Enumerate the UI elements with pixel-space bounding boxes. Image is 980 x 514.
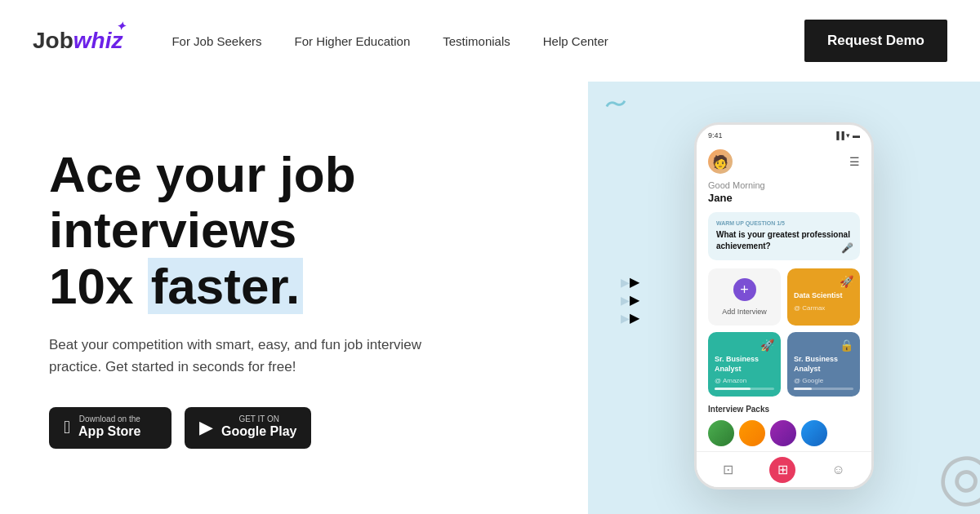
hero-title-line3-normal: 10x xyxy=(49,258,148,314)
pack-circle-1[interactable] xyxy=(708,420,734,446)
mic-icon[interactable]: 🎤 xyxy=(841,242,853,254)
card2-company: @ Amazon xyxy=(715,377,746,384)
apple-icon:  xyxy=(64,417,70,438)
greeting-name: Jane xyxy=(708,192,860,204)
card2-title: Sr. Business Analyst xyxy=(715,355,774,374)
card-lock-icon: 🔒 xyxy=(840,339,853,352)
main-content: Ace your job interviews 10x faster. Beat… xyxy=(0,82,980,514)
nav-testimonials[interactable]: Testimonials xyxy=(443,34,510,48)
arrow-icon-1: ▶ xyxy=(621,274,645,286)
card1-company: @ Carmax xyxy=(794,304,825,312)
right-section: 〜 ▶ ▶ ▶ 9:41 ▐▐ ▾ ▬ 🧑 ☰ xyxy=(588,82,980,514)
sr-business-google-card[interactable]: 🔒 Sr. Business Analyst @ Google xyxy=(787,332,860,397)
phone-content: 🧑 ☰ Good Morning Jane WARM UP QUESTION 1… xyxy=(697,143,871,453)
card-rocket-icon: 🚀 xyxy=(840,275,853,288)
logo[interactable]: Job whiz ✦ xyxy=(33,28,122,54)
phone-header-row: 🧑 ☰ xyxy=(708,149,860,174)
card2-progress-bar xyxy=(715,388,774,390)
main-nav: For Job Seekers For Higher Education Tes… xyxy=(172,34,804,48)
nav-job-seekers[interactable]: For Job Seekers xyxy=(172,34,261,48)
nav-profile-icon[interactable]: ☺ xyxy=(832,463,845,477)
pack-circle-2[interactable] xyxy=(739,420,765,446)
card3-company: @ Google xyxy=(794,377,823,384)
question-label: WARM UP QUESTION 1/5 xyxy=(716,220,852,226)
arrow-decorations: ▶ ▶ ▶ xyxy=(621,274,645,321)
greeting-text: Good Morning xyxy=(708,180,860,190)
card3-progress-bar xyxy=(794,388,853,390)
status-time: 9:41 xyxy=(708,131,723,140)
store-buttons:  Download on the App Store ▶ GET IT ON … xyxy=(49,407,555,449)
pack-circle-4[interactable] xyxy=(801,420,827,446)
header: Job whiz ✦ For Job Seekers For Higher Ed… xyxy=(0,0,980,82)
hero-title-line2: interviews xyxy=(49,202,296,258)
phone-status-bar: 9:41 ▐▐ ▾ ▬ xyxy=(697,125,871,143)
interview-grid: + Add Interview 🚀 Data Scientist @ Carma… xyxy=(708,268,860,397)
hero-subtitle: Beat your competition with smart, easy, … xyxy=(49,334,425,378)
left-section: Ace your job interviews 10x faster. Beat… xyxy=(0,82,588,514)
card3-progress-fill xyxy=(794,388,812,390)
user-avatar: 🧑 xyxy=(708,149,733,174)
squiggle-decoration: 〜 xyxy=(602,88,630,122)
add-interview-label: Add Interview xyxy=(722,308,767,316)
pack-circle-3[interactable] xyxy=(770,420,796,446)
nav-home-icon[interactable]: ⊡ xyxy=(723,462,733,477)
hero-title-highlight: faster. xyxy=(148,258,304,314)
phone-frame: 9:41 ▐▐ ▾ ▬ 🧑 ☰ Good Morning Jane WA xyxy=(694,122,874,490)
card2-progress-fill xyxy=(715,388,751,390)
nav-active-icon[interactable]: ⊞ xyxy=(769,457,795,483)
logo-star-icon: ✦ xyxy=(116,20,126,33)
logo-job-text: Job xyxy=(33,28,74,54)
nav-help-center[interactable]: Help Center xyxy=(543,34,608,48)
google-play-button[interactable]: ▶ GET IT ON Google Play xyxy=(185,407,311,449)
phone-mockup: 9:41 ▐▐ ▾ ▬ 🧑 ☰ Good Morning Jane WA xyxy=(694,122,874,490)
add-interview-card[interactable]: + Add Interview xyxy=(708,268,781,326)
add-circle-icon: + xyxy=(733,278,756,301)
data-scientist-card[interactable]: 🚀 Data Scientist @ Carmax xyxy=(787,268,860,326)
google-play-text: GET IT ON Google Play xyxy=(221,415,296,441)
app-store-text: Download on the App Store xyxy=(78,415,140,441)
phone-bottom-nav: ⊡ ⊞ ☺ xyxy=(697,451,871,487)
question-card: WARM UP QUESTION 1/5 What is your greate… xyxy=(708,212,860,260)
arrow-icon-2: ▶ xyxy=(621,292,645,304)
hero-title: Ace your job interviews 10x faster. xyxy=(49,147,555,314)
sr-business-amazon-card[interactable]: 🚀 Sr. Business Analyst @ Amazon xyxy=(708,332,781,397)
interview-packs-label: Interview Packs xyxy=(708,405,860,414)
logo-whiz-text: whiz ✦ xyxy=(74,28,123,54)
packs-row xyxy=(708,420,860,446)
nav-higher-education[interactable]: For Higher Education xyxy=(295,34,411,48)
status-icons: ▐▐ ▾ ▬ xyxy=(834,131,860,140)
card1-title: Data Scientist xyxy=(794,291,843,301)
question-text: What is your greatest professional achie… xyxy=(716,229,852,252)
app-store-button[interactable]:  Download on the App Store xyxy=(49,407,172,449)
hamburger-icon[interactable]: ☰ xyxy=(849,155,860,168)
arrow-icon-3: ▶ xyxy=(621,310,645,321)
hero-title-line1: Ace your job xyxy=(49,146,356,202)
google-play-icon: ▶ xyxy=(199,417,213,438)
glasses-decoration: ◎ xyxy=(930,432,980,514)
request-demo-button[interactable]: Request Demo xyxy=(804,20,947,62)
card3-title: Sr. Business Analyst xyxy=(794,355,853,374)
card-star-icon: 🚀 xyxy=(760,339,774,352)
